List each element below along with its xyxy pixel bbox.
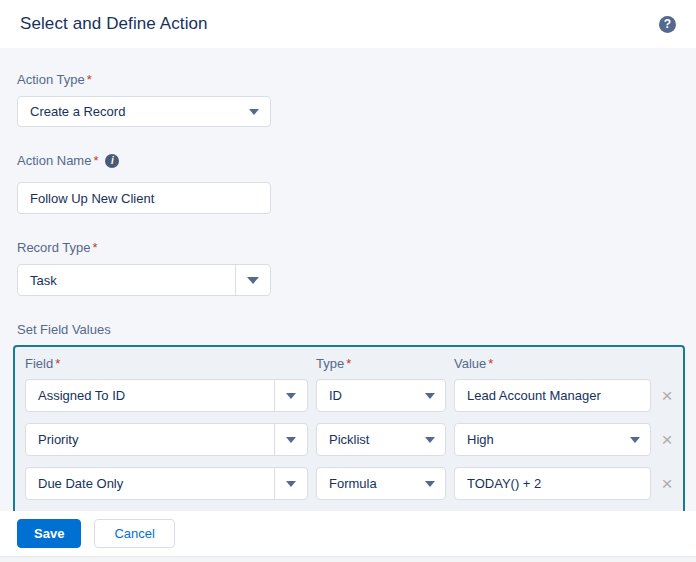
type-column-header: Type*	[316, 356, 446, 371]
chevron-down-icon	[630, 437, 640, 443]
action-name-group: Action Name* i	[17, 153, 696, 214]
type-select[interactable]: Picklist	[316, 423, 446, 456]
field-combobox[interactable]: Priority	[25, 423, 308, 456]
action-type-label: Action Type*	[17, 72, 696, 87]
type-select[interactable]: ID	[316, 379, 446, 412]
chevron-down-icon	[286, 437, 296, 443]
record-type-combobox[interactable]: Task	[17, 264, 271, 296]
required-asterisk: *	[92, 240, 97, 255]
chevron-down-icon	[286, 481, 296, 487]
value-input[interactable]	[454, 467, 651, 500]
page-title: Select and Define Action	[20, 14, 208, 34]
field-column-header: Field*	[25, 356, 308, 371]
required-asterisk: *	[93, 153, 98, 168]
dialog-body: Action Type* Create a Record Action Name…	[0, 48, 696, 511]
chevron-down-icon	[425, 481, 435, 487]
remove-row-icon[interactable]: ×	[659, 474, 675, 493]
field-combobox[interactable]: Due Date Only	[25, 467, 308, 500]
field-dropdown-button[interactable]	[274, 380, 307, 411]
value-select[interactable]: High	[454, 423, 651, 456]
question-mark-glyph: ?	[664, 18, 671, 30]
required-asterisk: *	[55, 356, 60, 371]
action-name-label: Action Name* i	[17, 153, 696, 168]
chevron-down-icon	[286, 393, 296, 399]
save-button[interactable]: Save	[17, 519, 81, 548]
field-value-row: Assigned To ID ID ×	[25, 379, 677, 412]
info-icon[interactable]: i	[105, 154, 119, 168]
action-type-value: Create a Record	[18, 104, 249, 119]
record-type-group: Record Type* Task	[17, 240, 696, 296]
chevron-down-icon	[249, 109, 259, 115]
field-value-row: Priority Picklist High ×	[25, 423, 677, 456]
dialog-footer: Save Cancel	[0, 511, 696, 556]
record-type-label: Record Type*	[17, 240, 696, 255]
cancel-button[interactable]: Cancel	[94, 519, 174, 548]
record-type-dropdown-button[interactable]	[235, 265, 270, 295]
action-type-select[interactable]: Create a Record	[17, 96, 271, 127]
action-name-input[interactable]	[17, 182, 271, 214]
chevron-down-icon	[247, 277, 259, 284]
type-select[interactable]: Formula	[316, 467, 446, 500]
action-type-group: Action Type* Create a Record	[17, 72, 696, 127]
required-asterisk: *	[346, 356, 351, 371]
set-field-values-panel: Field* Type* Value* Assigned To ID	[13, 345, 685, 511]
field-dropdown-button[interactable]	[274, 468, 307, 499]
required-asterisk: *	[488, 356, 493, 371]
chevron-down-icon	[425, 437, 435, 443]
field-combobox[interactable]: Assigned To ID	[25, 379, 308, 412]
page-background-strip	[0, 556, 696, 562]
remove-row-icon[interactable]: ×	[659, 386, 675, 405]
dialog-header: Select and Define Action ?	[0, 0, 696, 48]
field-value-row: Due Date Only Formula ×	[25, 467, 677, 500]
record-type-value: Task	[18, 273, 235, 288]
value-input[interactable]	[454, 379, 651, 412]
set-field-values-heading: Set Field Values	[17, 322, 696, 337]
chevron-down-icon	[425, 393, 435, 399]
required-asterisk: *	[87, 72, 92, 87]
help-icon[interactable]: ?	[659, 16, 676, 33]
remove-row-icon[interactable]: ×	[659, 430, 675, 449]
set-field-values-header-row: Field* Type* Value*	[25, 356, 677, 371]
field-dropdown-button[interactable]	[274, 424, 307, 455]
select-and-define-action-dialog: Select and Define Action ? Action Type* …	[0, 0, 696, 562]
value-column-header: Value*	[454, 356, 651, 371]
